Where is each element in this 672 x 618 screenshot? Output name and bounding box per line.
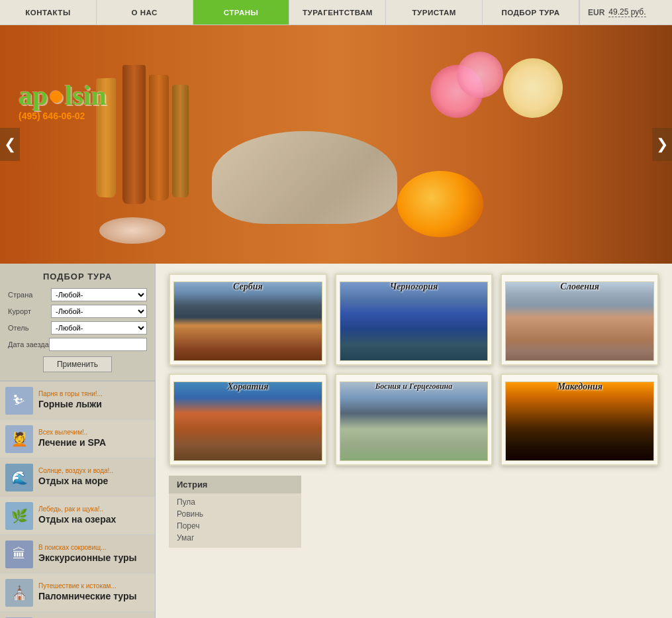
pilgrimage-subtitle: Путешествие к истокам...	[38, 582, 136, 590]
excursions-icon-bg: 🏛	[5, 541, 33, 568]
istria-section: Истрия Пула Ровинь Пореч Умаг	[169, 476, 301, 548]
pilgrimage-icon-bg: ⛪	[5, 579, 33, 607]
pilgrimage-title: Паломнические туры	[38, 590, 136, 602]
excursions-text: В поисках сокровищ... Экскурсионные туры	[38, 544, 137, 564]
nav-bar: КОНТАКТЫ О НАС СТРАНЫ ТУРАГЕНТСТВАМ ТУРИ…	[0, 0, 672, 25]
nav-item-onas[interactable]: О НАС	[97, 0, 193, 25]
date-row: Дата заезда	[8, 338, 147, 351]
sea-icon-bg: 🌊	[5, 464, 33, 491]
excursions-title: Экскурсионные туры	[38, 552, 137, 564]
bosnia-name: Босния и Герцеговина	[375, 382, 452, 391]
country-card-serbia[interactable]: Сербия	[169, 274, 327, 366]
currency-price: 49.25 руб.	[608, 7, 646, 17]
macedonia-name: Македония	[557, 382, 602, 392]
tour-box: ПОДБОР ТУРА Страна -Любой- Курорт -Любой…	[0, 264, 155, 382]
istria-links: Пула Ровинь Пореч Умаг	[169, 493, 301, 548]
serbia-img	[173, 282, 322, 361]
sidebar-cat-wedding[interactable]: 💒 Это же на всю жизнь!.. Свадебные туры	[0, 612, 155, 618]
country-row: Страна -Любой-	[8, 288, 147, 301]
hero-logo: ap●lsin (495) 646-06-02	[19, 81, 107, 121]
spa-subtitle: Всех вылечим!..	[38, 429, 106, 437]
istria-header[interactable]: Истрия	[169, 476, 301, 493]
right-content: Сербия Черногория Словения Хорватия	[156, 264, 672, 618]
spa-text: Всех вылечим!.. Лечение и SPA	[38, 429, 106, 448]
pilgrimage-text: Путешествие к истокам... Паломнические т…	[38, 582, 136, 602]
main-content: ПОДБОР ТУРА Страна -Любой- Курорт -Любой…	[0, 264, 672, 618]
logo-text: ap●lsin	[19, 81, 107, 109]
lakes-icon-bg: 🌿	[5, 502, 33, 530]
sidebar-cat-skiing[interactable]: ⛷ Парня в горы тяни!... Горные лыжи	[0, 382, 155, 420]
country-label: Страна	[8, 291, 51, 299]
skiing-title: Горные лыжи	[38, 398, 103, 410]
hotel-label: Отель	[8, 324, 51, 332]
lakes-title: Отдых на озерах	[38, 513, 116, 525]
country-card-croatia[interactable]: Хорватия	[169, 374, 327, 466]
sidebar-cat-spa[interactable]: 💆 Всех вылечим!.. Лечение и SPA	[0, 420, 155, 458]
apply-button[interactable]: Применить	[43, 356, 112, 372]
istria-link-porech[interactable]: Пореч	[177, 520, 293, 532]
sidebar-cat-sea[interactable]: 🌊 Солнце, воздух и вода!.. Отдых на море	[0, 458, 155, 497]
croatia-img	[173, 382, 322, 461]
sidebar-cat-pilgrimage[interactable]: ⛪ Путешествие к истокам... Паломнические…	[0, 574, 155, 612]
nav-currency: EUR 49.25 руб.	[579, 0, 672, 25]
skiing-icon-bg: ⛷	[5, 387, 33, 415]
countries-grid-row2: Хорватия Босния и Герцеговина Македония	[169, 374, 659, 466]
croatia-name: Хорватия	[227, 382, 268, 392]
country-card-bosnia[interactable]: Босния и Герцеговина	[335, 374, 493, 466]
macedonia-img	[505, 382, 654, 461]
tour-box-title: ПОДБОР ТУРА	[8, 272, 147, 282]
skiing-subtitle: Парня в горы тяни!...	[38, 390, 103, 398]
slovenia-name: Словения	[560, 282, 599, 292]
date-input[interactable]	[49, 338, 147, 351]
nav-item-strany[interactable]: СТРАНЫ	[193, 0, 290, 25]
sidebar-cat-lakes[interactable]: 🌿 Лебедь, рак и щука!.. Отдых на озерах	[0, 497, 155, 535]
country-select[interactable]: -Любой-	[51, 288, 147, 301]
sea-subtitle: Солнце, воздух и вода!..	[38, 467, 113, 475]
sea-text: Солнце, воздух и вода!.. Отдых на море	[38, 467, 113, 487]
hero-arrow-left[interactable]: ❮	[0, 128, 20, 161]
spa-icon-bg: 💆	[5, 425, 33, 453]
nav-item-kontakty[interactable]: КОНТАКТЫ	[0, 0, 97, 25]
country-card-slovenia[interactable]: Словения	[501, 274, 659, 366]
lakes-text: Лебедь, рак и щука!.. Отдых на озерах	[38, 505, 116, 525]
hero-banner: ap●lsin (495) 646-06-02 ❮ ❯	[0, 25, 672, 264]
montenegro-name: Черногория	[390, 282, 438, 292]
skiing-text: Парня в горы тяни!... Горные лыжи	[38, 390, 103, 410]
country-card-macedonia[interactable]: Македония	[501, 374, 659, 466]
bosnia-img	[340, 382, 489, 461]
nav-item-podbor[interactable]: ПОДБОР ТУРА	[483, 0, 579, 25]
spa-title: Лечение и SPA	[38, 437, 106, 448]
sea-title: Отдых на море	[38, 475, 113, 487]
resort-label: Курорт	[8, 307, 51, 315]
sidebar-cat-excursions[interactable]: 🏛 В поисках сокровищ... Экскурсионные ту…	[0, 535, 155, 574]
date-label: Дата заезда	[8, 340, 49, 348]
hotel-row: Отель -Любой-	[8, 321, 147, 335]
istria-link-rovin[interactable]: Ровинь	[177, 508, 293, 520]
serbia-name: Сербия	[233, 282, 263, 292]
istria-link-umag[interactable]: Умаг	[177, 532, 293, 544]
slovenia-img	[505, 282, 654, 361]
resort-select[interactable]: -Любой-	[51, 305, 147, 318]
excursions-subtitle: В поисках сокровищ...	[38, 544, 137, 552]
country-card-montenegro[interactable]: Черногория	[335, 274, 493, 366]
sidebar: ПОДБОР ТУРА Страна -Любой- Курорт -Любой…	[0, 264, 156, 618]
hero-arrow-right[interactable]: ❯	[652, 128, 672, 161]
montenegro-img	[340, 282, 489, 361]
countries-grid-row1: Сербия Черногория Словения	[169, 274, 659, 366]
resort-row: Курорт -Любой-	[8, 305, 147, 318]
nav-item-turagent[interactable]: ТУРАГЕНТСТВАМ	[289, 0, 386, 25]
nav-item-turistam[interactable]: ТУРИСТАМ	[386, 0, 483, 25]
istria-link-pula[interactable]: Пула	[177, 496, 293, 508]
hotel-select[interactable]: -Любой-	[51, 321, 147, 335]
hero-background	[0, 25, 672, 264]
logo-phone: (495) 646-06-02	[19, 111, 107, 121]
lakes-subtitle: Лебедь, рак и щука!..	[38, 505, 116, 513]
currency-label: EUR	[588, 8, 604, 17]
